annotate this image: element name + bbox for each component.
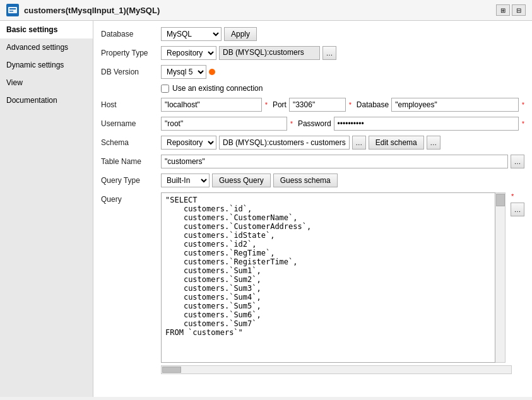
schema-field: DB (MYSQL):customers - customers [219,136,350,150]
query-type-label: Query Type [101,176,161,185]
db-version-select[interactable]: Mysql 5 Mysql 8 [161,65,206,79]
sidebar-item-documentation[interactable]: Documentation [0,91,93,109]
sidebar-item-dynamic-settings[interactable]: Dynamic settings [0,56,93,74]
split-view-button[interactable]: ⊟ [512,4,526,16]
title-bar: customers(tMysqlInput_1)(MySQL) ⊞ ⊟ [0,0,532,21]
query-textarea[interactable]: "SELECT customers.`id`, customers.`Custo… [161,192,495,363]
sidebar-item-basic-settings[interactable]: Basic settings [0,21,93,38]
required-db2: * [522,102,524,109]
required-host: * [265,102,268,109]
property-type-label: Property Type [101,49,161,57]
property-type-select[interactable]: Repository Built-In [161,46,216,60]
schema-browse-button[interactable]: … [352,136,366,150]
database2-input[interactable] [391,98,519,112]
schema-type-select[interactable]: Repository Built-In [161,136,216,150]
guess-query-button[interactable]: Guess Query [212,174,271,187]
svg-rect-2 [9,11,13,12]
table-name-browse-button[interactable]: … [511,155,524,168]
password-label: Password [298,119,331,128]
password-input[interactable] [334,117,519,131]
app-icon [6,4,19,16]
username-input[interactable] [161,117,287,131]
table-name-label: Table Name [101,157,161,166]
query-scrollbar [495,192,505,363]
schema-extra-button[interactable]: … [427,136,440,150]
svg-rect-1 [9,8,16,9]
database-select[interactable]: MySQL PostgreSQL Oracle [161,27,222,41]
host-label: Host [101,100,161,109]
sidebar-item-advanced-settings[interactable]: Advanced settings [0,38,93,56]
version-indicator [209,69,215,75]
query-hscrollbar[interactable] [161,365,512,374]
use-existing-connection-checkbox[interactable] [161,85,169,93]
svg-rect-0 [8,7,17,13]
edit-schema-button[interactable]: Edit schema [369,136,424,150]
required-port: * [349,102,352,109]
tile-view-button[interactable]: ⊞ [496,4,510,16]
query-label: Query [101,192,161,204]
required-password: * [522,121,524,127]
sidebar: Basic settings Advanced settings Dynamic… [0,21,93,397]
query-browse-button[interactable]: … [511,203,524,216]
database-label: Database [101,30,161,38]
port-label: Port [273,100,287,109]
sidebar-item-view[interactable]: View [0,74,93,91]
property-type-browse-button[interactable]: … [322,46,336,60]
content-area: Database MySQL PostgreSQL Oracle Apply P… [93,21,532,397]
database2-label: Database [357,100,389,109]
username-label: Username [101,119,161,128]
use-existing-connection-label[interactable]: Use an existing connection [172,84,263,93]
table-name-input[interactable] [161,155,508,168]
port-input[interactable] [289,98,346,112]
required-query: * [511,192,524,200]
property-type-field: DB (MYSQL):customers [219,46,320,60]
apply-button[interactable]: Apply [224,27,257,41]
required-username: * [290,121,293,127]
query-type-select[interactable]: Built-In Dynamic [161,174,210,187]
window-title: customers(tMysqlInput_1)(MySQL) [24,6,160,15]
schema-label: Schema [101,138,161,147]
host-input[interactable] [161,98,262,112]
db-version-label: DB Version [101,68,161,76]
guess-schema-button[interactable]: Guess schema [273,174,338,187]
